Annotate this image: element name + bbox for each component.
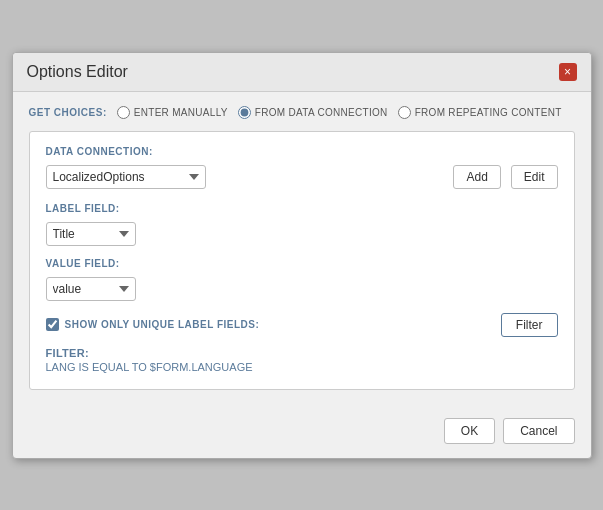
radio-repeating-input[interactable] bbox=[398, 106, 411, 119]
radio-enter-manually[interactable]: ENTER MANUALLY bbox=[117, 106, 228, 119]
filter-value: LANG IS EQUAL TO $FORM.LANGUAGE bbox=[46, 361, 558, 373]
unique-label-row: SHOW ONLY UNIQUE LABEL FIELDS: Filter bbox=[46, 313, 558, 337]
dialog-header: Options Editor × bbox=[13, 53, 591, 92]
radio-repeating-label: FROM REPEATING CONTENT bbox=[415, 107, 562, 118]
dialog-footer: OK Cancel bbox=[13, 412, 591, 458]
data-connection-select[interactable]: LocalizedOptions bbox=[46, 165, 206, 189]
edit-button[interactable]: Edit bbox=[511, 165, 558, 189]
data-connection-row: LocalizedOptions Add Edit bbox=[46, 165, 558, 189]
radio-data-connection-input[interactable] bbox=[238, 106, 251, 119]
data-connection-section-label: DATA CONNECTION: bbox=[46, 146, 558, 157]
options-editor-dialog: Options Editor × GET CHOICES: ENTER MANU… bbox=[12, 52, 592, 459]
get-choices-label: GET CHOICES: bbox=[29, 107, 107, 118]
radio-from-repeating[interactable]: FROM REPEATING CONTENT bbox=[398, 106, 562, 119]
dialog-title: Options Editor bbox=[27, 63, 128, 81]
filter-section: FILTER: LANG IS EQUAL TO $FORM.LANGUAGE bbox=[46, 347, 558, 373]
dialog-body: GET CHOICES: ENTER MANUALLY FROM DATA CO… bbox=[13, 92, 591, 412]
filter-label: FILTER: bbox=[46, 347, 558, 359]
value-field-section: VALUE FIELD: value bbox=[46, 258, 558, 301]
radio-from-data-connection[interactable]: FROM DATA CONNECTION bbox=[238, 106, 388, 119]
radio-data-connection-label: FROM DATA CONNECTION bbox=[255, 107, 388, 118]
value-field-label: VALUE FIELD: bbox=[46, 258, 558, 269]
unique-label-checkbox[interactable] bbox=[46, 318, 59, 331]
unique-label-text: SHOW ONLY UNIQUE LABEL FIELDS: bbox=[65, 319, 260, 330]
label-field-section: LABEL FIELD: Title bbox=[46, 203, 558, 246]
filter-button[interactable]: Filter bbox=[501, 313, 558, 337]
close-button[interactable]: × bbox=[559, 63, 577, 81]
radio-manually-label: ENTER MANUALLY bbox=[134, 107, 228, 118]
unique-label-checkbox-label[interactable]: SHOW ONLY UNIQUE LABEL FIELDS: bbox=[46, 318, 260, 331]
add-button[interactable]: Add bbox=[453, 165, 500, 189]
label-field-label: LABEL FIELD: bbox=[46, 203, 558, 214]
get-choices-row: GET CHOICES: ENTER MANUALLY FROM DATA CO… bbox=[29, 106, 575, 119]
radio-manually-input[interactable] bbox=[117, 106, 130, 119]
label-field-select[interactable]: Title bbox=[46, 222, 136, 246]
cancel-button[interactable]: Cancel bbox=[503, 418, 574, 444]
main-panel: DATA CONNECTION: LocalizedOptions Add Ed… bbox=[29, 131, 575, 390]
value-field-select[interactable]: value bbox=[46, 277, 136, 301]
ok-button[interactable]: OK bbox=[444, 418, 495, 444]
